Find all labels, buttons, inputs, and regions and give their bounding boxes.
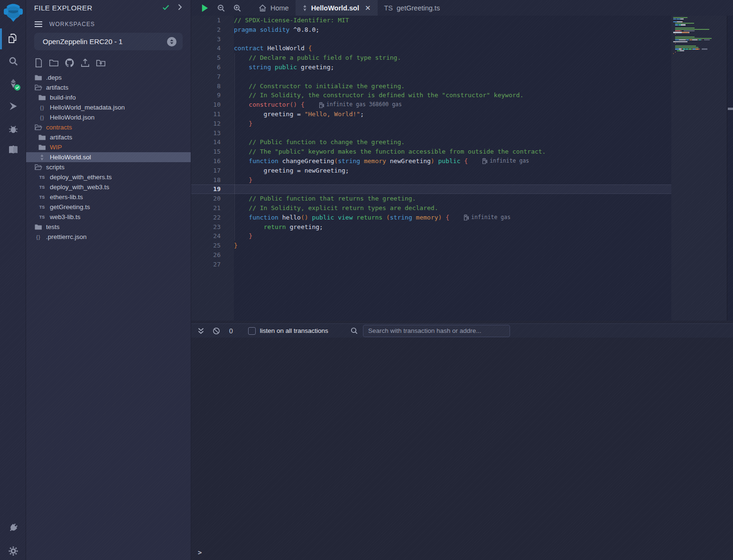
code-line-13[interactable]: 13 xyxy=(191,129,671,138)
github-icon[interactable] xyxy=(65,58,74,68)
minimap-column[interactable] xyxy=(671,16,727,321)
code-line-23[interactable]: 23 return greeting; xyxy=(191,222,671,232)
code-line-27[interactable]: 27 xyxy=(191,260,671,269)
debugger-icon[interactable] xyxy=(0,119,26,138)
code-line-3[interactable]: 3 xyxy=(191,35,671,44)
deploy-run-icon[interactable] xyxy=(0,97,26,116)
listen-transactions-checkbox[interactable] xyxy=(248,327,256,335)
tree-item-build-info[interactable]: build-info xyxy=(26,92,191,102)
file-explorer-icon[interactable] xyxy=(0,29,26,48)
learneth-book-icon[interactable] xyxy=(0,140,26,159)
code-lines: 1// SPDX-License-Identifier: MIT2pragma … xyxy=(191,16,671,269)
workspaces-label: WORKSPACES xyxy=(49,21,95,28)
terminal-content[interactable]: > xyxy=(191,338,733,560)
code-line-2[interactable]: 2pragma solidity ^0.8.0; xyxy=(191,25,671,35)
code-line-4[interactable]: 4contract HelloWorld { xyxy=(191,44,671,53)
plugin-manager-icon[interactable] xyxy=(0,518,26,537)
tree-item-label: build-info xyxy=(50,94,76,101)
code-line-21[interactable]: 21 // In Solidity, explicit return types… xyxy=(191,203,671,213)
workspace-selector[interactable]: OpenZeppelin ERC20 - 1 xyxy=(34,33,183,50)
gas-estimate-annotation: infinite gas xyxy=(464,213,510,222)
tree-item-contracts[interactable]: contracts xyxy=(26,122,191,132)
transaction-search-input[interactable] xyxy=(363,325,510,337)
ts-icon: TS xyxy=(38,185,46,190)
tree-item-helloworld-json[interactable]: { }HelloWorld.json xyxy=(26,112,191,122)
code-line-8[interactable]: 8 // Constructor to initialize the greet… xyxy=(191,82,671,91)
tree-item-label: HelloWorld.json xyxy=(50,114,94,121)
tree-item--prettierrc-json[interactable]: { }.prettierrc.json xyxy=(26,232,191,242)
tree-item-label: .deps xyxy=(46,74,62,81)
tab-label: HelloWorld.sol xyxy=(311,4,359,12)
workspace-menu-icon[interactable] xyxy=(34,21,43,28)
tree-item-ethers-lib-ts[interactable]: TSethers-lib.ts xyxy=(26,192,191,202)
json-icon: { } xyxy=(34,234,42,240)
terminal-expand-icon[interactable] xyxy=(197,327,204,335)
zoom-out-icon[interactable] xyxy=(213,0,229,16)
tree-item-web3-lib-ts[interactable]: TSweb3-lib.ts xyxy=(26,212,191,222)
tree-item-tests[interactable]: tests xyxy=(26,222,191,232)
solidity-compiler-icon[interactable] xyxy=(0,74,26,93)
code-line-14[interactable]: 14 // Public function to change the gree… xyxy=(191,138,671,147)
code-line-19[interactable]: 19 xyxy=(191,184,671,194)
tree-item-deploy-with-web3-ts[interactable]: TSdeploy_with_web3.ts xyxy=(26,182,191,192)
run-script-icon[interactable] xyxy=(197,0,213,16)
gas-estimate-annotation: infinite gas 368600 gas xyxy=(319,100,402,110)
tree-item-wip[interactable]: WIP xyxy=(26,142,191,152)
search-icon[interactable] xyxy=(0,52,26,71)
tree-item-artifacts[interactable]: artifacts xyxy=(26,132,191,142)
close-tab-icon[interactable]: ✕ xyxy=(365,4,371,12)
publish-gist-icon[interactable] xyxy=(80,58,90,68)
code-line-1[interactable]: 1// SPDX-License-Identifier: MIT xyxy=(191,16,671,25)
code-line-25[interactable]: 25} xyxy=(191,241,671,250)
scrollbar-thumb[interactable] xyxy=(728,108,733,110)
load-folder-icon[interactable] xyxy=(96,58,106,68)
code-text: return greeting; xyxy=(234,222,323,232)
code-line-7[interactable]: 7 xyxy=(191,72,671,82)
line-number: 9 xyxy=(191,91,221,100)
workspace-sort-icon xyxy=(167,37,176,46)
code-line-18[interactable]: 18 } xyxy=(191,175,671,185)
code-line-16[interactable]: 16 function changeGreeting(string memory… xyxy=(191,156,671,166)
code-line-5[interactable]: 5 // Declare a public field of type stri… xyxy=(191,53,671,63)
settings-gear-icon[interactable] xyxy=(0,542,26,560)
code-line-10[interactable]: 10 constructor() {infinite gas 368600 ga… xyxy=(191,100,671,110)
tree-item-artifacts[interactable]: artifacts xyxy=(26,83,191,92)
line-number: 17 xyxy=(191,166,221,175)
line-number: 6 xyxy=(191,63,221,72)
code-line-22[interactable]: 22 function hello() public view returns … xyxy=(191,213,671,222)
tab-getgreeting-ts[interactable]: TSgetGreeting.ts xyxy=(378,0,447,16)
terminal-clear-icon[interactable] xyxy=(213,327,220,335)
zoom-in-icon[interactable] xyxy=(229,0,245,16)
tree-item--deps[interactable]: .deps xyxy=(26,73,191,83)
chevron-right-icon[interactable] xyxy=(176,3,184,13)
minimap[interactable] xyxy=(673,17,725,57)
tree-item-label: artifacts xyxy=(50,134,72,141)
tab-helloworld-sol[interactable]: HelloWorld.sol✕ xyxy=(296,0,378,16)
line-number: 1 xyxy=(191,16,221,25)
code-line-24[interactable]: 24 } xyxy=(191,231,671,241)
code-line-17[interactable]: 17 greeting = newGreeting; xyxy=(191,166,671,175)
code-line-12[interactable]: 12 } xyxy=(191,119,671,129)
new-folder-icon[interactable] xyxy=(49,58,59,68)
code-line-6[interactable]: 6 string public greeting; xyxy=(191,63,671,72)
new-file-icon[interactable] xyxy=(34,58,43,68)
code-line-15[interactable]: 15 // The "public" keyword makes the fun… xyxy=(191,147,671,156)
terminal-toolbar: 0 listen on all transactions xyxy=(191,323,733,338)
tab-label: Home xyxy=(270,4,289,12)
code-line-20[interactable]: 20 // Public function that returns the g… xyxy=(191,194,671,203)
code-line-26[interactable]: 26 xyxy=(191,250,671,260)
code-line-11[interactable]: 11 greeting = "Hello, World!"; xyxy=(191,110,671,119)
line-number: 8 xyxy=(191,82,221,91)
tab-home[interactable]: Home xyxy=(252,0,296,16)
line-number: 27 xyxy=(191,260,221,269)
tree-item-scripts[interactable]: scripts xyxy=(26,162,191,172)
remix-logo[interactable] xyxy=(1,1,25,25)
line-number: 14 xyxy=(191,138,221,147)
tree-item-helloworld-metadata-json[interactable]: { }HelloWorld_metadata.json xyxy=(26,102,191,112)
overview-ruler[interactable] xyxy=(727,16,733,321)
tree-item-getgreeting-ts[interactable]: TSgetGreeting.ts xyxy=(26,202,191,212)
code-line-9[interactable]: 9 // In Solidity, the constructor is def… xyxy=(191,91,671,100)
tree-item-deploy-with-ethers-ts[interactable]: TSdeploy_with_ethers.ts xyxy=(26,172,191,182)
tree-item-helloworld-sol[interactable]: HelloWorld.sol xyxy=(26,152,191,162)
code-editor[interactable]: 1// SPDX-License-Identifier: MIT2pragma … xyxy=(191,16,733,321)
